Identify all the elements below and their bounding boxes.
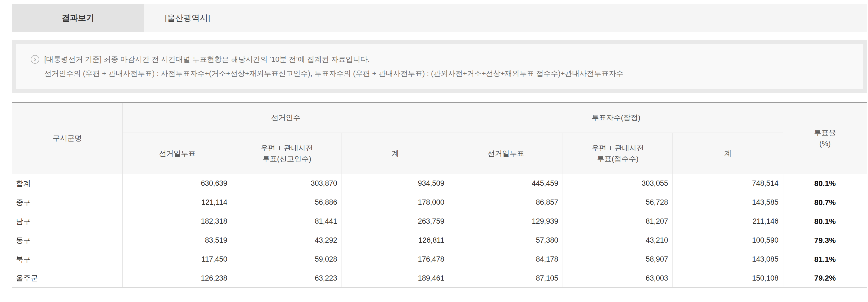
electors-total-cell: 178,000 <box>342 193 449 212</box>
notice-box: › [대통령선거 기준] 최종 마감시간 전 시간대별 투표현황은 해당시간의 … <box>12 40 867 93</box>
turnout-cell: 80.1% <box>783 174 867 193</box>
voters-total-cell: 100,590 <box>673 231 783 250</box>
electors-total-cell: 934,509 <box>342 174 449 193</box>
turnout-cell: 79.2% <box>783 269 867 288</box>
header-voters-group: 투표자수(잠정) <box>449 102 783 133</box>
header-electors-group: 선거인수 <box>123 102 449 133</box>
chevron-right-circle-icon: › <box>31 55 39 64</box>
voters-total-cell: 143,585 <box>673 193 783 212</box>
electors-pre-cell: 43,292 <box>232 231 342 250</box>
voters-total-cell: 748,514 <box>673 174 783 193</box>
header-voters-pre: 우편 + 관내사전 투표(접수수) <box>563 133 673 174</box>
turnout-cell: 81.1% <box>783 250 867 269</box>
electors-total-cell: 263,759 <box>342 212 449 231</box>
notice-line-2: 선거인수의 (우편 + 관내사전투표) : 사전투표자수+(거소+선상+재외투표… <box>44 66 623 80</box>
notice-inner: › [대통령선거 기준] 최종 마감시간 전 시간대별 투표현황은 해당시간의 … <box>16 44 863 89</box>
header-electors-pre-line1: 우편 + 관내사전 <box>232 143 341 154</box>
voters-pre-cell: 43,210 <box>563 231 673 250</box>
header-voters-pre-line1: 우편 + 관내사전 <box>563 143 673 154</box>
table-row: 울주군 126,238 63,223 189,461 87,105 63,003… <box>12 269 867 288</box>
header-electors-day: 선거일투표 <box>123 133 232 174</box>
turnout-cell: 79.3% <box>783 231 867 250</box>
table-row: 동구 83,519 43,292 126,811 57,380 43,210 1… <box>12 231 867 250</box>
electors-pre-cell: 81,441 <box>232 212 342 231</box>
voters-pre-cell: 303,055 <box>563 174 673 193</box>
voters-day-cell: 86,857 <box>449 193 563 212</box>
electors-total-cell: 176,478 <box>342 250 449 269</box>
district-cell: 북구 <box>12 250 123 269</box>
voters-day-cell: 57,380 <box>449 231 563 250</box>
electors-day-cell: 121,114 <box>123 193 232 212</box>
header-turnout-line1: 투표율 <box>783 127 867 138</box>
turnout-table: 구시군명 선거인수 투표자수(잠정) 투표율 (%) 선거일투표 우편 + 관내… <box>12 102 867 288</box>
voters-day-cell: 84,178 <box>449 250 563 269</box>
table-row: 남구 182,318 81,441 263,759 129,939 81,207… <box>12 212 867 231</box>
voters-total-cell: 143,085 <box>673 250 783 269</box>
district-cell: 합계 <box>12 174 123 193</box>
district-cell: 남구 <box>12 212 123 231</box>
voters-day-cell: 445,459 <box>449 174 563 193</box>
electors-day-cell: 182,318 <box>123 212 232 231</box>
district-cell: 중구 <box>12 193 123 212</box>
electors-pre-cell: 56,886 <box>232 193 342 212</box>
table-row: 북구 117,450 59,028 176,478 84,178 58,907 … <box>12 250 867 269</box>
notice-text: [대통령선거 기준] 최종 마감시간 전 시간대별 투표현황은 해당시간의 ‘1… <box>44 52 623 80</box>
turnout-cell: 80.1% <box>783 212 867 231</box>
voters-pre-cell: 81,207 <box>563 212 673 231</box>
region-label: [울산광역시] <box>165 4 210 32</box>
electors-pre-cell: 63,223 <box>232 269 342 288</box>
turnout-table-wrap: 구시군명 선거인수 투표자수(잠정) 투표율 (%) 선거일투표 우편 + 관내… <box>12 102 867 288</box>
electors-total-cell: 126,811 <box>342 231 449 250</box>
voters-pre-cell: 58,907 <box>563 250 673 269</box>
tab-bar: 결과보기 [울산광역시] <box>12 4 867 32</box>
header-voters-total: 계 <box>673 133 783 174</box>
tab-results[interactable]: 결과보기 <box>12 4 144 32</box>
electors-day-cell: 117,450 <box>123 250 232 269</box>
voters-pre-cell: 56,728 <box>563 193 673 212</box>
table-row: 중구 121,114 56,886 178,000 86,857 56,728 … <box>12 193 867 212</box>
electors-pre-cell: 59,028 <box>232 250 342 269</box>
voters-total-cell: 211,146 <box>673 212 783 231</box>
electors-day-cell: 83,519 <box>123 231 232 250</box>
header-electors-pre: 우편 + 관내사전 투표(신고인수) <box>232 133 342 174</box>
notice-line-1: [대통령선거 기준] 최종 마감시간 전 시간대별 투표현황은 해당시간의 ‘1… <box>44 52 623 66</box>
electors-day-cell: 126,238 <box>123 269 232 288</box>
header-voters-pre-line2: 투표(접수수) <box>563 154 673 164</box>
table-row: 합계 630,639 303,870 934,509 445,459 303,0… <box>12 174 867 193</box>
header-electors-pre-line2: 투표(신고인수) <box>232 154 341 164</box>
turnout-cell: 80.7% <box>783 193 867 212</box>
voters-total-cell: 150,108 <box>673 269 783 288</box>
header-turnout: 투표율 (%) <box>783 102 867 174</box>
header-electors-total: 계 <box>342 133 449 174</box>
electors-day-cell: 630,639 <box>123 174 232 193</box>
voters-pre-cell: 63,003 <box>563 269 673 288</box>
header-district: 구시군명 <box>12 102 123 174</box>
electors-pre-cell: 303,870 <box>232 174 342 193</box>
district-cell: 동구 <box>12 231 123 250</box>
header-voters-day: 선거일투표 <box>449 133 563 174</box>
header-turnout-line2: (%) <box>783 138 867 149</box>
electors-total-cell: 189,461 <box>342 269 449 288</box>
voters-day-cell: 129,939 <box>449 212 563 231</box>
voters-day-cell: 87,105 <box>449 269 563 288</box>
district-cell: 울주군 <box>12 269 123 288</box>
